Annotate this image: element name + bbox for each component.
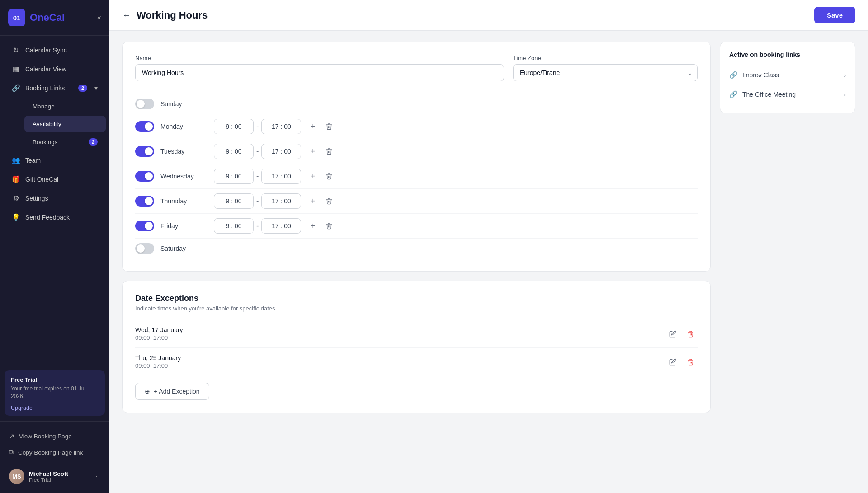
page-title: Working Hours (137, 9, 208, 21)
delete-time-slot-friday[interactable] (323, 220, 335, 232)
collapse-button[interactable]: « (97, 14, 101, 22)
exception-info-exc1: Wed, 17 January 09:00–17:00 (135, 326, 666, 341)
name-group: Name (135, 55, 504, 81)
view-booking-link[interactable]: ↗ View Booking Page (4, 428, 106, 444)
time-group-friday: - (214, 218, 301, 234)
delete-exception-exc1[interactable] (684, 327, 698, 341)
delete-time-slot-monday[interactable] (323, 120, 335, 133)
start-time-monday[interactable] (214, 119, 254, 134)
link-chevron-office: › (844, 91, 846, 98)
time-group-tuesday: - (214, 144, 301, 159)
sidebar-item-bookings[interactable]: Bookings 2 (24, 133, 106, 150)
user-name: Michael Scott (29, 470, 89, 477)
team-icon: 👥 (12, 156, 20, 164)
exception-actions-exc1 (666, 327, 698, 341)
sidebar-item-calendar-view[interactable]: ▦ Calendar View (4, 60, 106, 78)
time-actions-friday: + (307, 220, 335, 232)
sidebar-item-feedback[interactable]: 💡 Send Feedback (4, 208, 106, 226)
sidebar-item-calendar-sync[interactable]: ↻ Calendar Sync (4, 41, 106, 59)
booking-links-badge: 2 (78, 85, 87, 92)
exception-date-exc1: Wed, 17 January (135, 326, 666, 333)
toggle-knob-wednesday (145, 172, 153, 180)
add-time-slot-monday[interactable]: + (307, 120, 319, 133)
upgrade-button[interactable]: Upgrade → (11, 405, 40, 411)
exception-row-exc2: Thu, 25 January 09:00–17:00 (135, 348, 698, 376)
sidebar-item-settings[interactable]: ⚙ Settings (4, 189, 106, 207)
day-row-saturday: Saturday (135, 239, 698, 258)
day-row-thursday: Thursday - + (135, 189, 698, 214)
exception-time-exc2: 09:00–17:00 (135, 362, 666, 369)
start-time-tuesday[interactable] (214, 144, 254, 159)
end-time-friday[interactable] (261, 218, 301, 234)
copy-booking-link[interactable]: ⧉ Copy Booking Page link (4, 444, 106, 460)
link-name-improv: Improv Class (742, 71, 844, 79)
day-row-tuesday: Tuesday - + (135, 139, 698, 164)
delete-time-slot-thursday[interactable] (323, 195, 335, 207)
toggle-tuesday[interactable] (135, 146, 154, 157)
link-chevron-improv: › (844, 72, 846, 79)
exceptions-header: Date Exceptions Indicate times when you'… (135, 294, 698, 312)
start-time-thursday[interactable] (214, 193, 254, 209)
timezone-group: Time Zone Europe/Tirane (513, 55, 698, 81)
toggle-friday[interactable] (135, 221, 154, 231)
edit-exception-exc2[interactable] (666, 355, 679, 369)
add-exception-button[interactable]: ⊕ + Add Exception (135, 383, 209, 400)
end-time-wednesday[interactable] (261, 169, 301, 184)
booking-links-icon: 🔗 (12, 84, 20, 92)
booking-link-improv[interactable]: 🔗 Improv Class › (729, 66, 846, 85)
delete-time-slot-tuesday[interactable] (323, 145, 335, 158)
right-panel: Active on booking links 🔗 Improv Class ›… (720, 42, 855, 482)
name-input[interactable] (135, 64, 504, 81)
sidebar-item-availability[interactable]: Availability (24, 116, 106, 132)
toggle-knob-friday (145, 222, 153, 230)
edit-exception-exc1[interactable] (666, 327, 679, 341)
days-list: Sunday Monday - + (135, 94, 698, 258)
toggle-sunday[interactable] (135, 99, 154, 109)
calendar-view-icon: ▦ (12, 65, 20, 73)
logo-badge: 01 (8, 9, 25, 26)
name-label: Name (135, 55, 504, 61)
time-group-wednesday: - (214, 169, 301, 184)
toggle-knob-tuesday (145, 147, 153, 155)
day-name-saturday: Saturday (160, 245, 210, 252)
copy-icon: ⧉ (9, 449, 14, 456)
sidebar-item-gift[interactable]: 🎁 Gift OneCal (4, 170, 106, 188)
booking-link-office[interactable]: 🔗 The Office Meeting › (729, 85, 846, 104)
sidebar-item-manage[interactable]: Manage (24, 98, 106, 115)
save-button[interactable]: Save (814, 7, 855, 23)
add-time-slot-wednesday[interactable]: + (307, 170, 319, 183)
timezone-select[interactable]: Europe/Tirane (513, 64, 698, 81)
day-name-thursday: Thursday (160, 197, 210, 205)
timezone-select-wrapper: Europe/Tirane (513, 64, 698, 81)
add-time-slot-friday[interactable]: + (307, 220, 319, 232)
day-row-wednesday: Wednesday - + (135, 164, 698, 189)
toggle-thursday[interactable] (135, 196, 154, 207)
toggle-knob-monday (145, 122, 153, 131)
delete-exception-exc2[interactable] (684, 355, 698, 369)
back-button[interactable]: ← (122, 10, 131, 20)
toggle-wednesday[interactable] (135, 171, 154, 182)
end-time-monday[interactable] (261, 119, 301, 134)
gift-icon: 🎁 (12, 175, 20, 183)
toggle-knob-sunday (137, 100, 145, 108)
link-icon-improv: 🔗 (729, 71, 738, 79)
end-time-tuesday[interactable] (261, 144, 301, 159)
toggle-knob-saturday (137, 244, 145, 253)
time-actions-monday: + (307, 120, 335, 133)
free-trial-box: Free Trial Your free trial expires on 01… (5, 370, 105, 416)
toggle-monday[interactable] (135, 121, 154, 132)
user-menu-button[interactable]: ⋮ (93, 472, 100, 481)
add-time-slot-tuesday[interactable]: + (307, 145, 319, 158)
exception-row-exc1: Wed, 17 January 09:00–17:00 (135, 320, 698, 348)
end-time-thursday[interactable] (261, 193, 301, 209)
delete-time-slot-wednesday[interactable] (323, 170, 335, 183)
sidebar-item-booking-links[interactable]: 🔗 Booking Links 2 ▾ (4, 79, 106, 97)
start-time-friday[interactable] (214, 218, 254, 234)
start-time-wednesday[interactable] (214, 169, 254, 184)
add-time-slot-thursday[interactable]: + (307, 195, 319, 207)
sidebar-item-team[interactable]: 👥 Team (4, 151, 106, 169)
exception-actions-exc2 (666, 355, 698, 369)
form-row: Name Time Zone Europe/Tirane (135, 55, 698, 81)
external-link-icon: ↗ (9, 432, 14, 440)
toggle-saturday[interactable] (135, 243, 154, 254)
